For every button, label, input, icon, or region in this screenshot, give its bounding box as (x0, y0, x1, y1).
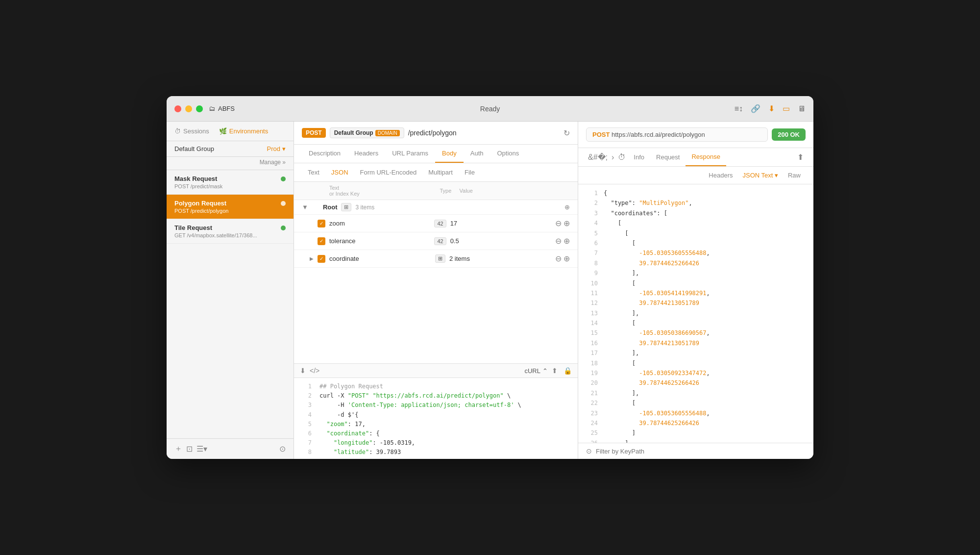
sidebar-group-name: Default Group (174, 145, 214, 152)
response-content: 1{ 2 "type": "MultiPolygon", 3 "coordina… (578, 184, 813, 443)
nav-forward[interactable]: › (610, 150, 616, 165)
sidebar-env-selector[interactable]: Prod ▾ (267, 145, 286, 152)
table-header: Text or Index Key Type Value (294, 182, 578, 200)
titlebar-actions: ≡↕ 🔗 ⬇ ▭ 🖥 (735, 104, 806, 113)
maximize-button[interactable] (196, 105, 203, 112)
response-nav-tabs: &#�; › ⏱ Info Request Response ⬆ (578, 148, 813, 167)
root-add-icon[interactable]: ⊕ (564, 203, 570, 211)
lock-icon[interactable]: 🔒 (564, 367, 572, 375)
header-key: or Index Key (329, 191, 360, 197)
body-type-form[interactable]: Form URL-Encoded (354, 166, 423, 178)
sidebar-item-tile-request[interactable]: Tile Request GET /v4/mapbox.satellite/17… (167, 219, 294, 244)
checkbox-zoom[interactable]: ✓ (318, 220, 325, 227)
folder-icon[interactable]: ⊡ (186, 444, 193, 454)
code-line: 7 "longitude": -105.0319, (302, 438, 570, 448)
share-icon[interactable]: ⬆ (552, 367, 558, 375)
minimize-button[interactable] (185, 105, 192, 112)
format-tabs: Headers JSON Text ▾ Raw (704, 170, 806, 181)
url-group-badge: Default Group DOMAIN (330, 127, 404, 138)
sidebar-bottom: ＋ ⊡ ☰▾ ⊙ (167, 438, 294, 459)
tab-request[interactable]: Request (650, 149, 686, 166)
manage-link[interactable]: Manage » (167, 157, 294, 170)
domain-badge: DOMAIN (375, 130, 400, 136)
monitor-icon[interactable]: 🖥 (798, 104, 806, 113)
checkbox-coordinate[interactable]: ✓ (318, 255, 325, 263)
response-url: https://abfs.rcd.ai/predict/polygon (612, 131, 705, 138)
close-button[interactable] (174, 105, 181, 112)
response-filter: ⊙ (578, 443, 813, 459)
status-dot-tile (281, 226, 286, 230)
circle-icon[interactable]: ⊙ (279, 444, 286, 454)
list-icon[interactable]: ≡↕ (735, 104, 743, 113)
app-window: 🗂 ABFS Ready ≡↕ 🔗 ⬇ ▭ 🖥 ⏱ Sessions 🌿 Env… (167, 96, 813, 459)
dropdown-icon[interactable]: ⬇ (300, 367, 306, 375)
minus-icon[interactable]: ⊖ (555, 254, 562, 263)
type-coordinate: ⊞ (435, 254, 445, 263)
share-response-icon[interactable]: ⬆ (795, 150, 806, 165)
plus-icon[interactable]: ⊕ (564, 254, 570, 263)
sidebar-item-mask-title: Mask Request (174, 175, 217, 182)
sidebar-item-polygon-request[interactable]: Polygon Request POST /predict/polygon (167, 195, 294, 219)
status-badge: 200 OK (772, 128, 806, 141)
window-icon[interactable]: ▭ (783, 104, 790, 113)
tab-url-params[interactable]: URL Params (385, 145, 435, 163)
expand-icon-coordinate[interactable]: ▶ (310, 256, 318, 261)
tab-auth[interactable]: Auth (464, 145, 490, 163)
sidebar-tab-environments[interactable]: 🌿 Environments (219, 127, 268, 135)
checkbox-tolerance[interactable]: ✓ (318, 237, 325, 245)
format-chevron: ⌃ (542, 367, 548, 375)
sidebar-item-polygon-sub: POST /predict/polygon (174, 208, 286, 214)
app-label: 🗂 ABFS (209, 105, 235, 112)
body-type-multipart[interactable]: Multipart (422, 166, 459, 178)
tab-response[interactable]: Response (686, 148, 726, 166)
filter-input[interactable] (596, 448, 806, 455)
chevron-down-icon: ▾ (282, 145, 286, 152)
plus-icon[interactable]: ⊕ (564, 236, 570, 246)
nav-back[interactable]: &#�; (586, 150, 610, 165)
body-type-json[interactable]: JSON (325, 166, 354, 178)
sidebar-tabs: ⏱ Sessions 🌿 Environments (167, 122, 294, 141)
tab-info[interactable]: Info (628, 149, 650, 166)
download-icon[interactable]: ⬇ (768, 104, 775, 113)
app-name: ABFS (218, 105, 235, 112)
link-icon[interactable]: 🔗 (751, 104, 760, 113)
code-icon[interactable]: </> (310, 367, 319, 375)
format-headers[interactable]: Headers (704, 170, 737, 181)
sidebar-tab-sessions[interactable]: ⏱ Sessions (174, 127, 209, 135)
sidebar-item-polygon-title: Polygon Request (174, 200, 226, 207)
status-dot-mask (281, 177, 286, 181)
nav-history[interactable]: ⏱ (616, 150, 628, 165)
tab-options[interactable]: Options (490, 145, 526, 163)
body-type-file[interactable]: File (459, 166, 481, 178)
response-bar: POST https://abfs.rcd.ai/predict/polygon… (578, 122, 813, 148)
request-tabs: Description Headers URL Params Body Auth… (294, 145, 578, 163)
code-line: 6 "coordinate": { (302, 429, 570, 438)
root-expand-icon[interactable]: ▼ (302, 203, 308, 211)
table-row-zoom: ✓ zoom 42 17 ⊖ ⊕ (294, 215, 578, 232)
format-select[interactable]: cURL ⌃ (524, 367, 548, 375)
key-zoom: zoom (329, 220, 434, 227)
add-icon[interactable]: ＋ (174, 444, 182, 454)
sidebar-item-mask-request[interactable]: Mask Request POST /predict/mask (167, 170, 294, 195)
format-raw[interactable]: Raw (783, 170, 806, 181)
body-type-text[interactable]: Text (302, 166, 325, 178)
code-section: ⬇ </> cURL ⌃ ⬆ 🔒 1 ## Polygon Request (294, 363, 578, 459)
list-icon[interactable]: ☰▾ (196, 444, 207, 454)
code-line: 2 curl -X "POST" "https://abfs.rcd.ai/pr… (302, 391, 570, 401)
main-content: ⏱ Sessions 🌿 Environments Default Group … (167, 122, 813, 459)
minus-icon[interactable]: ⊖ (555, 219, 562, 228)
plus-icon[interactable]: ⊕ (564, 219, 570, 228)
tab-description[interactable]: Description (302, 145, 347, 163)
code-line: 5 "zoom": 17, (302, 420, 570, 429)
code-toolbar: ⬇ </> cURL ⌃ ⬆ 🔒 (294, 364, 578, 378)
root-label: Root (323, 203, 338, 211)
status-dot-polygon (281, 201, 286, 206)
root-type-badge: ⊞ (341, 203, 351, 211)
format-json-text[interactable]: JSON Text ▾ (737, 170, 783, 181)
tab-body[interactable]: Body (435, 145, 464, 163)
refresh-icon[interactable]: ↻ (564, 128, 570, 138)
row-actions-tolerance: ⊖ ⊕ (555, 236, 570, 246)
tab-headers[interactable]: Headers (347, 145, 385, 163)
minus-icon[interactable]: ⊖ (555, 236, 562, 246)
sidebar-item-mask-sub: POST /predict/mask (174, 183, 286, 189)
